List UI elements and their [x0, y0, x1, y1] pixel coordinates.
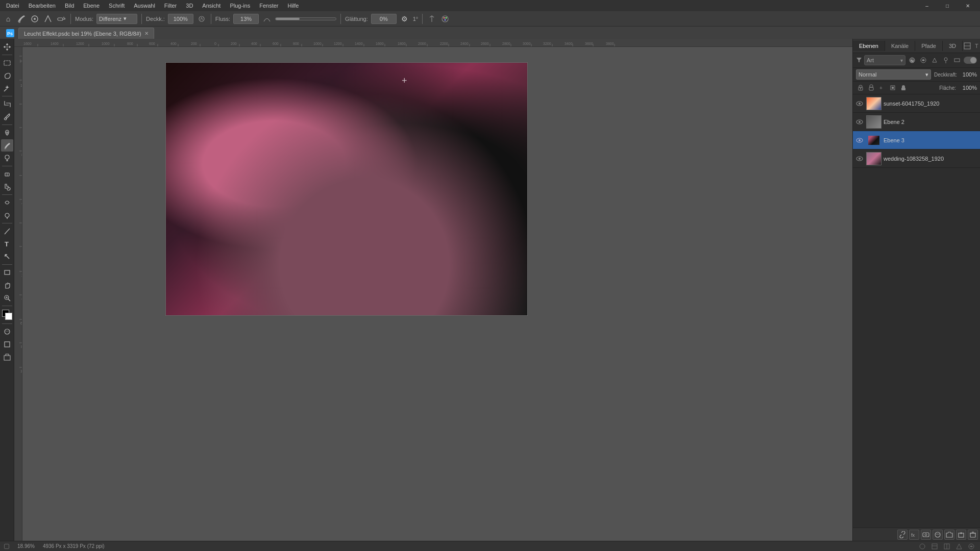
document-tab-close[interactable]: ✕ [144, 31, 149, 36]
filter-toggle[interactable] [964, 57, 977, 64]
brush-options-icon[interactable] [30, 14, 40, 24]
layer-item-sunset[interactable]: sunset-6041750_1920 [853, 94, 980, 113]
fluss-input[interactable]: 13% [233, 14, 259, 24]
healing-tool[interactable] [1, 127, 13, 139]
tab-kanaele[interactable]: Kanäle [885, 41, 915, 51]
canvas-viewport[interactable] [22, 47, 852, 541]
lock-position-btn[interactable]: + [877, 83, 887, 92]
svg-text:200: 200 [231, 42, 237, 45]
add-adjustment-btn[interactable] [933, 530, 943, 540]
airbrush-icon[interactable] [56, 14, 66, 24]
lasso-tool[interactable] [1, 69, 13, 82]
maximize-button[interactable]: □ [937, 0, 958, 11]
blur-tool[interactable] [1, 196, 13, 209]
blend-mode-dropdown[interactable]: Normal ▾ [856, 69, 931, 80]
pen-tool[interactable] [1, 225, 13, 237]
lock-transparent-btn[interactable] [856, 83, 865, 92]
clone-stamp-tool[interactable] [1, 152, 13, 164]
layer-visibility-wedding[interactable] [855, 154, 864, 163]
delete-layer-btn[interactable] [968, 530, 978, 540]
brush-icon[interactable] [16, 14, 27, 24]
crop-tool[interactable] [1, 98, 13, 110]
color-swatches[interactable] [2, 310, 12, 320]
artboard-tool[interactable] [1, 351, 13, 363]
hand-tool[interactable] [1, 279, 13, 291]
glattung-settings-icon[interactable]: ⚙ [400, 14, 410, 24]
close-button[interactable]: ✕ [958, 0, 978, 11]
layer-visibility-ebene3[interactable] [855, 136, 864, 145]
shape-tool[interactable] [1, 266, 13, 279]
magic-wand-tool[interactable] [1, 82, 13, 94]
status-icon-3[interactable] [942, 542, 951, 551]
layer-visibility-ebene2[interactable] [855, 117, 864, 127]
modus-dropdown[interactable]: Differenz ▾ [96, 14, 137, 24]
menu-bearbeiten[interactable]: Bearbeiten [24, 2, 60, 10]
fill-value[interactable]: 100% [959, 85, 977, 91]
link-layers-btn[interactable] [897, 530, 908, 540]
lock-artboard-btn[interactable] [888, 83, 897, 92]
lock-all-btn[interactable] [899, 83, 908, 92]
quick-mask-tool[interactable] [1, 325, 13, 338]
layer-filter-btn-3[interactable] [930, 56, 939, 65]
menu-ebene[interactable]: Ebene [79, 2, 104, 10]
eyedropper-tool[interactable] [1, 111, 13, 123]
screen-mode-tool[interactable] [1, 338, 13, 350]
pressure-icon[interactable] [43, 14, 53, 24]
text-tool[interactable]: T [1, 238, 13, 250]
layer-filter-btn-1[interactable]: fx [908, 56, 917, 65]
fluss-curve-icon[interactable] [262, 14, 272, 24]
menu-fenster[interactable]: Fenster [255, 2, 282, 10]
status-icon-4[interactable] [954, 542, 964, 551]
new-layer-btn[interactable] [956, 530, 966, 540]
layer-item-ebene2[interactable]: Ebene 2 [853, 113, 980, 131]
layer-search-box[interactable]: Art ▾ [864, 55, 905, 65]
menu-plugins[interactable]: Plug-ins [226, 2, 254, 10]
layer-icon-2[interactable]: T [973, 41, 980, 51]
deckk-input[interactable]: 100% [168, 14, 193, 24]
add-mask-btn[interactable] [921, 530, 931, 540]
deckk-pressure-icon[interactable] [197, 14, 207, 24]
palette-icon[interactable] [440, 14, 450, 24]
menu-bild[interactable]: Bild [61, 2, 78, 10]
layer-filter-btn-4[interactable] [941, 56, 950, 65]
new-group-btn[interactable] [944, 530, 954, 540]
document-tab[interactable]: Leucht Effekt.psdc bei 19% (Ebene 3, RGB… [18, 28, 154, 39]
home-icon[interactable]: ⌂ [3, 14, 13, 24]
zoom-tool[interactable] [1, 292, 13, 304]
lock-image-btn[interactable] [867, 83, 876, 92]
status-icon-2[interactable] [930, 542, 939, 551]
tab-ebenen[interactable]: Ebenen [853, 41, 885, 51]
tab-pfade[interactable]: Pfade [915, 41, 943, 51]
path-select-tool[interactable] [1, 251, 13, 263]
status-icon-5[interactable] [967, 542, 976, 551]
menu-auswahl[interactable]: Auswahl [130, 2, 159, 10]
layer-filter-btn-5[interactable] [952, 56, 962, 65]
menu-hilfe[interactable]: Hilfe [283, 2, 303, 10]
layer-item-ebene3[interactable]: Ebene 3 [853, 131, 980, 149]
layer-icon-1[interactable] [963, 41, 972, 51]
glattung-input[interactable]: 0% [371, 14, 397, 24]
menu-filter[interactable]: Filter [160, 2, 181, 10]
menu-ansicht[interactable]: Ansicht [198, 2, 225, 10]
opacity-value[interactable]: 100% [959, 71, 977, 78]
menu-datei[interactable]: Datei [2, 2, 23, 10]
background-color[interactable] [5, 313, 12, 320]
layer-visibility-sunset[interactable] [855, 99, 864, 108]
marquee-tool[interactable] [1, 57, 13, 69]
minimize-button[interactable]: – [917, 0, 937, 11]
tab-3d[interactable]: 3D [943, 41, 963, 51]
menu-schrift[interactable]: Schrift [105, 2, 129, 10]
svg-text:600: 600 [20, 321, 22, 325]
dodge-tool[interactable] [1, 209, 13, 221]
move-tool[interactable] [1, 41, 13, 53]
eraser-tool[interactable] [1, 168, 13, 180]
fill-tool[interactable] [1, 181, 13, 193]
add-style-btn[interactable]: fx [909, 530, 919, 540]
status-icon-1[interactable] [918, 542, 927, 551]
layer-filter-btn-2[interactable] [919, 56, 928, 65]
pressure-slider[interactable] [275, 17, 336, 20]
symmetry-icon[interactable] [427, 14, 437, 24]
layer-item-wedding[interactable]: wedding-1083258_1920 [853, 149, 980, 168]
menu-3d[interactable]: 3D [182, 2, 197, 10]
brush-tool[interactable] [1, 139, 13, 152]
